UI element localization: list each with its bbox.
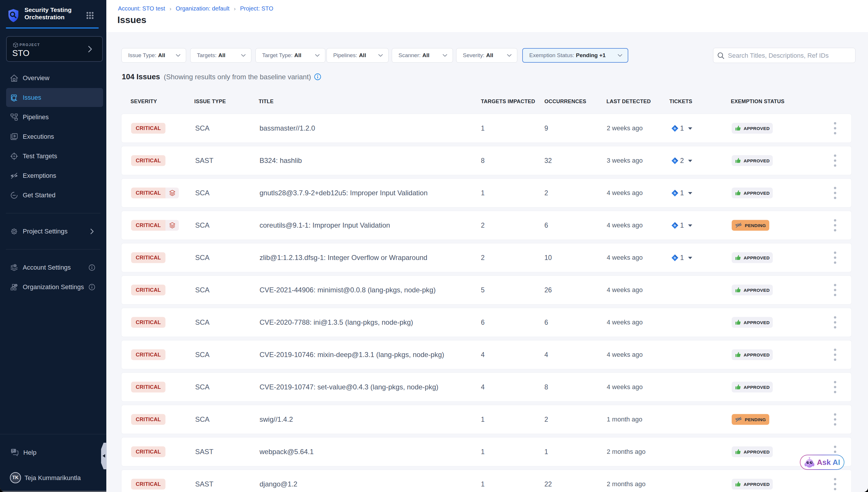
svg-text:?: ? (12, 449, 14, 452)
